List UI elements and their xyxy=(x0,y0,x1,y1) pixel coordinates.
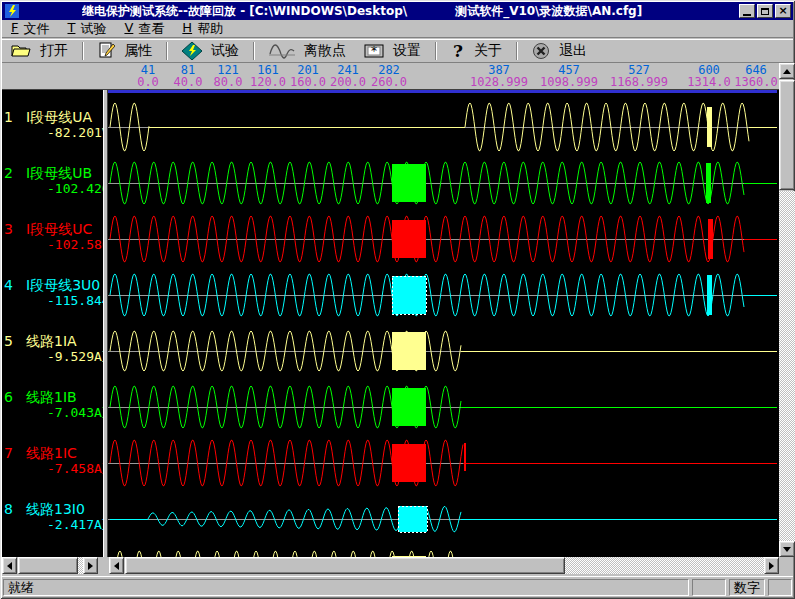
status-pane-empty xyxy=(768,579,792,596)
restore-icon[interactable] xyxy=(757,4,773,18)
title-bar: 继电保护测试系统--故障回放 - [C:\WINDOWS\Desktop\测试软… xyxy=(2,2,793,20)
scroll-up-icon[interactable] xyxy=(779,63,795,79)
channel-marker-block[interactable] xyxy=(392,444,426,482)
properties-icon xyxy=(98,42,115,59)
waveform-scrollbar-track[interactable] xyxy=(565,557,764,574)
open-button[interactable]: 打开 xyxy=(2,40,77,62)
channel-marker-block[interactable] xyxy=(392,164,426,202)
ruler-tick: 282260.0 xyxy=(357,64,421,88)
waveform-canvas[interactable] xyxy=(108,90,777,557)
app-window: 继电保护测试系统--故障回放 - [C:\WINDOWS\Desktop\测试软… xyxy=(0,0,795,599)
fault-cursor-marker[interactable] xyxy=(708,219,713,259)
status-bar: 就绪 数字 xyxy=(2,576,793,597)
channel-label-4[interactable]: 4I段母线3U0-115.844V至 xyxy=(4,278,103,308)
test-button[interactable]: 试验 xyxy=(173,40,248,62)
status-message: 就绪 xyxy=(3,579,689,596)
menu-file[interactable]: F文件 xyxy=(2,20,58,38)
svg-text:*: * xyxy=(371,44,377,58)
menu-view[interactable]: V查看 xyxy=(115,20,173,38)
label-scrollbar-thumb[interactable] xyxy=(18,557,78,574)
fault-cursor-marker[interactable] xyxy=(707,107,712,147)
exit-button[interactable]: 退出 xyxy=(523,40,596,62)
channel-marker-block[interactable] xyxy=(392,276,426,314)
fault-cursor-marker[interactable] xyxy=(707,275,712,315)
channel-label-5[interactable]: 5线路1IA-9.529A至14 xyxy=(4,334,103,364)
status-num-indicator: 数字 xyxy=(729,579,765,596)
scroll-down-icon[interactable] xyxy=(779,541,795,557)
vertical-scrollbar xyxy=(779,63,795,557)
settings-icon: * xyxy=(364,43,384,59)
scroll-left-icon[interactable] xyxy=(109,557,124,574)
channel-marker-block[interactable] xyxy=(392,388,426,426)
ruler-tick: 3871028.999 xyxy=(467,64,531,88)
settings-button[interactable]: * 设置 xyxy=(355,40,430,62)
test-lightning-icon xyxy=(182,42,202,60)
window-title: 继电保护测试系统--故障回放 - [C:\WINDOWS\Desktop\测试软… xyxy=(82,3,642,20)
channel-marker-block[interactable] xyxy=(398,506,427,532)
app-icon xyxy=(5,4,19,18)
waveform-scrollbar-thumb[interactable] xyxy=(125,557,565,574)
channel-label-2[interactable]: 2I段母线UB-102.420V至 xyxy=(4,166,103,196)
toolbar-separator xyxy=(516,42,518,60)
svg-text:?: ? xyxy=(453,42,463,60)
channel-label-7[interactable]: 7线路1IC-7.458A至7. xyxy=(4,446,103,476)
menu-help[interactable]: H帮助 xyxy=(173,20,232,38)
ruler-tick: 4571098.999 xyxy=(537,64,601,88)
sine-wave-icon xyxy=(269,42,295,60)
waveform-scrollbar xyxy=(109,557,779,574)
ruler-tick: 5271168.999 xyxy=(607,64,671,88)
channel-marker-block[interactable] xyxy=(392,332,426,370)
status-pane-empty xyxy=(692,579,726,596)
fault-cursor-marker[interactable] xyxy=(706,163,711,203)
label-panel-scrollbar xyxy=(2,557,98,574)
menu-bar: F文件 T试验 V查看 H帮助 xyxy=(2,20,793,38)
scroll-left-icon[interactable] xyxy=(2,557,17,574)
minimize-icon[interactable] xyxy=(739,4,755,18)
channel-marker-block[interactable] xyxy=(392,220,426,258)
exit-icon xyxy=(532,42,550,60)
channel-label-8[interactable]: 8线路13I0-2.417A至4. xyxy=(4,502,103,532)
channel-label-6[interactable]: 6线路1IB-7.043A至7. xyxy=(4,390,103,420)
about-button[interactable]: ? 关于 xyxy=(442,40,511,62)
open-folder-icon xyxy=(11,43,31,58)
discrete-points-button[interactable]: 离散点 xyxy=(260,40,355,62)
close-icon[interactable]: × xyxy=(775,4,791,18)
channel-label-1[interactable]: 1I段母线UA-82.201V至8 xyxy=(4,110,103,140)
menu-test[interactable]: T试验 xyxy=(58,20,115,38)
toolbar-separator xyxy=(253,42,255,60)
toolbar-separator xyxy=(82,42,84,60)
vertical-scrollbar-thumb[interactable] xyxy=(779,80,795,190)
channel-label-3[interactable]: 3I段母线UC-102.586V至 xyxy=(4,222,103,252)
channel-panel: 1I段母线UA-82.201V至82I段母线UB-102.420V至3I段母线U… xyxy=(2,90,103,557)
scroll-right-icon[interactable] xyxy=(83,557,98,574)
vertical-scrollbar-track[interactable] xyxy=(779,191,795,541)
toolbar: 打开 属性 试验 xyxy=(2,39,793,63)
waveform-svg xyxy=(108,90,777,557)
question-mark-icon: ? xyxy=(451,42,465,60)
toolbar-separator xyxy=(435,42,437,60)
scroll-right-icon[interactable] xyxy=(764,557,779,574)
toolbar-separator xyxy=(166,42,168,60)
properties-button[interactable]: 属性 xyxy=(89,40,161,62)
ruler: 410.08140.012180.0161120.0201160.0241200… xyxy=(108,63,778,90)
